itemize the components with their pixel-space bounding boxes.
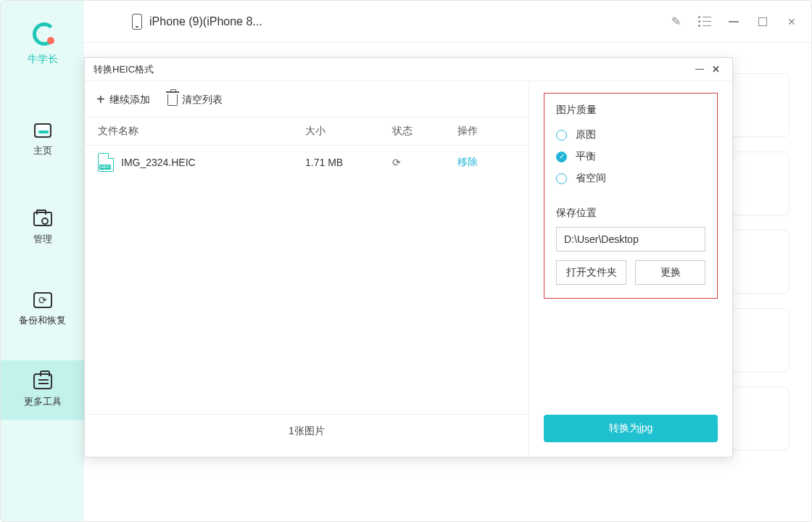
clear-list-button[interactable]: 清空列表 [167,91,223,108]
table-footer: 1张图片 [85,414,529,448]
window-close-button[interactable] [784,14,800,30]
topbar-controls [668,14,800,30]
file-size: 1.71 MB [305,157,392,168]
col-size: 大小 [305,125,392,138]
dialog-close-button[interactable] [708,62,724,78]
file-status [392,157,457,168]
phone-icon [132,14,142,30]
quality-title: 图片质量 [556,104,705,117]
heic-file-icon [98,153,114,172]
sidebar-item-backup[interactable]: 备份和恢复 [1,279,84,339]
remove-file-button[interactable]: 移除 [457,156,515,169]
app-frame: 牛学长 主页 管理 备份和恢复 更多工具 iPhone (9)(iPhone 8… [0,0,812,522]
dialog-title: 转换HEIC格式 [94,63,154,76]
quality-label: 平衡 [576,150,596,163]
path-buttons: 打开文件夹 更换 [556,260,705,285]
topbar: iPhone (9)(iPhone 8... [84,1,811,43]
quality-option-small[interactable]: 省空间 [556,167,705,189]
options-panel: 图片质量 原图 平衡 省空间 保存位置 D:\User\Desktop [529,81,732,457]
sync-icon [33,291,53,310]
toolbox-icon [33,372,53,391]
file-panel: 继续添加 清空列表 文件名称 大小 状态 操作 [85,81,529,457]
convert-button[interactable]: 转换为jpg [544,415,718,442]
folder-icon [33,210,53,228]
quality-option-balanced[interactable]: 平衡 [556,146,705,167]
open-folder-button[interactable]: 打开文件夹 [556,260,626,285]
dialog-body: 继续添加 清空列表 文件名称 大小 状态 操作 [85,81,732,457]
table-header: 文件名称 大小 状态 操作 [85,117,529,146]
sidebar-item-label: 管理 [33,233,52,246]
sidebar-item-label: 备份和恢复 [19,314,66,327]
quality-option-original[interactable]: 原图 [556,124,705,146]
quality-label: 省空间 [576,172,606,185]
brand-name: 牛学长 [28,53,58,66]
trash-icon [167,94,178,106]
sidebar-item-label: 主页 [33,144,52,157]
quality-label: 原图 [576,128,596,141]
clear-list-label: 清空列表 [182,94,223,107]
sidebar-item-manage[interactable]: 管理 [1,198,84,257]
edit-icon[interactable] [668,14,684,30]
radio-icon [556,173,567,184]
dialog-minimize-button[interactable] [692,62,708,78]
window-minimize-button[interactable] [726,14,742,30]
device-name: iPhone (9)(iPhone 8... [149,15,262,28]
refresh-icon [392,157,401,168]
add-files-button[interactable]: 继续添加 [96,91,150,108]
file-name-cell: IMG_2324.HEIC [98,153,305,172]
col-action: 操作 [457,125,515,138]
radio-checked-icon [556,152,567,162]
sidebar-item-home[interactable]: 主页 [1,109,84,169]
col-name: 文件名称 [98,125,305,138]
change-path-button[interactable]: 更换 [635,260,705,285]
file-toolbar: 继续添加 清空列表 [85,91,529,117]
add-files-label: 继续添加 [109,94,150,107]
table-row: IMG_2324.HEIC 1.71 MB 移除 [85,146,529,179]
file-table: 文件名称 大小 状态 操作 IMG_2324.HEIC 1.71 MB 移除 [85,117,529,448]
dialog-header: 转换HEIC格式 [85,58,732,81]
save-location-title: 保存位置 [556,207,705,220]
menu-icon[interactable] [697,14,713,30]
brand: 牛学长 [28,22,58,66]
sidebar: 牛学长 主页 管理 备份和恢复 更多工具 [1,1,84,521]
window-maximize-button[interactable] [755,14,771,30]
save-path-field[interactable]: D:\User\Desktop [556,227,705,252]
brand-logo-icon [30,22,56,49]
sidebar-item-label: 更多工具 [24,395,62,408]
sidebar-item-tools[interactable]: 更多工具 [1,360,84,420]
plus-icon [96,91,105,108]
device-indicator[interactable]: iPhone (9)(iPhone 8... [132,14,262,30]
heic-convert-dialog: 转换HEIC格式 继续添加 清空列表 [84,57,733,457]
col-status: 状态 [392,125,457,138]
file-name: IMG_2324.HEIC [121,157,196,168]
radio-icon [556,130,567,141]
home-icon [33,121,53,140]
options-highlight-box: 图片质量 原图 平衡 省空间 保存位置 D:\User\Desktop [544,93,718,299]
